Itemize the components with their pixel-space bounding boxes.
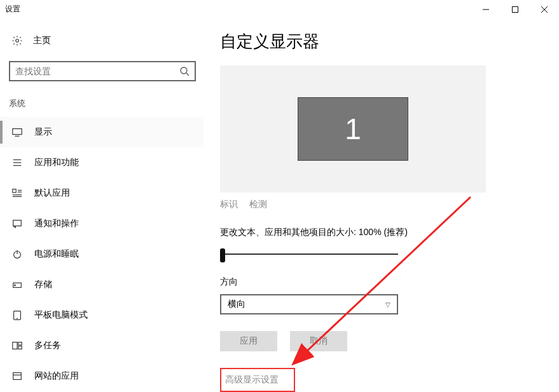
- sidebar-item-label: 存储: [34, 279, 52, 290]
- svg-rect-1: [513, 6, 518, 12]
- sidebar-item-multitask[interactable]: 多任务: [0, 330, 204, 361]
- section-label: 系统: [0, 93, 204, 117]
- sidebar-item-default-apps[interactable]: 默认应用: [0, 178, 204, 208]
- svg-rect-12: [13, 189, 16, 193]
- cancel-button[interactable]: 取消: [290, 331, 347, 351]
- close-button[interactable]: [530, 0, 559, 19]
- svg-rect-24: [13, 342, 17, 349]
- chevron-down-icon: ▽: [385, 301, 390, 308]
- identify-link[interactable]: 标识: [220, 199, 238, 210]
- minimize-button[interactable]: [471, 0, 500, 19]
- web-apps-icon: [11, 370, 23, 382]
- orientation-select[interactable]: 横向 ▽: [220, 294, 398, 314]
- apply-button[interactable]: 应用: [220, 331, 277, 351]
- multitask-icon: [11, 340, 23, 351]
- svg-rect-17: [13, 220, 22, 226]
- orientation-value: 横向: [228, 299, 245, 310]
- search-box[interactable]: [9, 61, 196, 81]
- home-label: 主页: [33, 35, 51, 46]
- sidebar-item-power[interactable]: 电源和睡眠: [0, 239, 204, 269]
- svg-point-5: [181, 67, 187, 74]
- svg-rect-25: [18, 342, 22, 346]
- button-row: 应用 取消: [220, 331, 546, 351]
- power-icon: [11, 248, 23, 260]
- sidebar-item-apps[interactable]: 应用和功能: [0, 147, 204, 178]
- svg-line-6: [186, 73, 189, 76]
- page-title: 自定义显示器: [220, 30, 546, 53]
- svg-point-4: [16, 39, 19, 43]
- display-icon: [11, 126, 23, 138]
- detect-link[interactable]: 检测: [249, 199, 267, 210]
- svg-rect-27: [13, 373, 22, 380]
- maximize-icon: [512, 6, 518, 13]
- svg-line-30: [305, 197, 471, 353]
- search-icon: [179, 66, 190, 76]
- advanced-display-link[interactable]: 高级显示设置: [220, 368, 295, 392]
- default-apps-icon: [11, 187, 23, 199]
- sidebar-item-label: 应用和功能: [34, 157, 79, 168]
- sidebar-item-label: 网站的应用: [34, 370, 79, 382]
- sidebar-item-notifications[interactable]: 通知和操作: [0, 208, 204, 239]
- maximize-button[interactable]: [500, 0, 530, 19]
- slider-thumb[interactable]: [220, 248, 225, 262]
- sidebar-item-web-apps[interactable]: 网站的应用: [0, 361, 204, 391]
- window-title: 设置: [0, 4, 20, 15]
- preview-links: 标识 检测: [220, 199, 546, 210]
- sidebar-item-label: 显示: [34, 126, 52, 138]
- svg-rect-7: [13, 129, 22, 135]
- window-controls: [471, 0, 559, 19]
- sidebar-item-display[interactable]: 显示: [0, 117, 204, 147]
- sidebar-item-label: 平板电脑模式: [34, 309, 88, 321]
- tablet-icon: [11, 309, 23, 321]
- home-link[interactable]: 主页: [0, 28, 204, 53]
- sidebar-item-storage[interactable]: 存储: [0, 269, 204, 300]
- storage-icon: [11, 279, 23, 290]
- sidebar-item-label: 通知和操作: [34, 218, 79, 229]
- apps-icon: [11, 157, 23, 168]
- slider-track: [225, 253, 398, 255]
- monitor-tile[interactable]: 1: [298, 97, 408, 161]
- minimize-icon: [483, 6, 489, 13]
- gear-icon: [11, 35, 23, 46]
- sidebar-item-label: 电源和睡眠: [34, 248, 79, 260]
- close-icon: [541, 6, 548, 13]
- scale-slider[interactable]: [220, 247, 398, 262]
- svg-point-21: [15, 285, 16, 286]
- sidebar-item-label: 多任务: [34, 340, 61, 351]
- svg-rect-26: [18, 346, 22, 349]
- sidebar: 主页 系统 显示 应用和功能 默认应用: [0, 19, 204, 392]
- search-input[interactable]: [15, 66, 179, 76]
- notifications-icon: [11, 218, 23, 229]
- orientation-label: 方向: [220, 276, 546, 288]
- sidebar-item-tablet[interactable]: 平板电脑模式: [0, 300, 204, 330]
- display-preview: 1: [220, 65, 486, 193]
- scale-label: 更改文本、应用和其他项目的大小: 100% (推荐): [220, 227, 546, 238]
- sidebar-item-label: 默认应用: [34, 187, 70, 199]
- main-panel: 自定义显示器 1 标识 检测 更改文本、应用和其他项目的大小: 100% (推荐…: [204, 19, 559, 392]
- titlebar: 设置: [0, 0, 559, 19]
